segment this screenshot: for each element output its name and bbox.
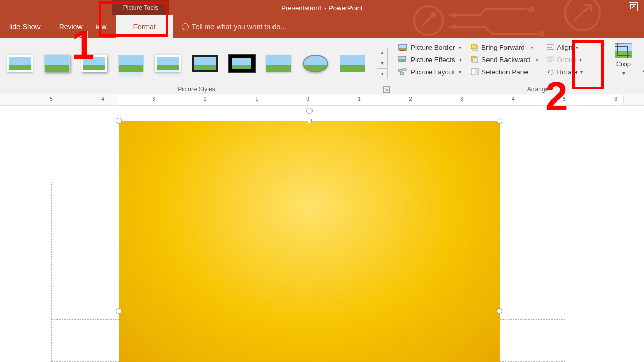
tab-slideshow[interactable]: lide Show bbox=[0, 15, 50, 38]
crop-button[interactable]: Crop ▾ bbox=[613, 42, 634, 77]
bring-forward-icon bbox=[470, 43, 479, 51]
rotate-button[interactable]: Rotate ▾ bbox=[545, 67, 584, 77]
style-thumb-6[interactable] bbox=[189, 52, 221, 75]
crop-icon bbox=[615, 43, 632, 58]
dropdown-icon: ▾ bbox=[579, 57, 582, 63]
ruler-labels: 5 4 3 2 1 0 1 2 3 4 5 6 bbox=[0, 95, 644, 105]
selection-pane-label: Selection Pane bbox=[481, 68, 528, 76]
svg-rect-25 bbox=[547, 57, 551, 62]
height-field[interactable]: Height: bbox=[642, 47, 644, 55]
width-icon bbox=[642, 67, 644, 75]
gallery-scroll-up-icon[interactable]: ▲ bbox=[377, 48, 387, 58]
ribbon: ▲ ▼ ▾ Picture Styles ↘ Picture Border ▾ … bbox=[0, 38, 644, 94]
tell-me-placeholder: Tell me what you want to do... bbox=[192, 23, 286, 31]
svg-rect-17 bbox=[471, 44, 476, 49]
picture-styles-group: ▲ ▼ ▾ Picture Styles ↘ bbox=[0, 38, 393, 94]
svg-rect-19 bbox=[473, 58, 478, 63]
svg-rect-21 bbox=[475, 69, 478, 75]
picture-styles-gallery: ▲ ▼ ▾ bbox=[0, 38, 393, 86]
window-title: Presentation1 - PowerPoint bbox=[281, 4, 362, 12]
horizontal-ruler: 5 4 3 2 1 0 1 2 3 4 5 6 bbox=[0, 94, 644, 106]
width-field[interactable]: Width: bbox=[642, 67, 644, 75]
window-controls bbox=[629, 2, 638, 11]
svg-rect-13 bbox=[398, 69, 402, 72]
gallery-scroll: ▲ ▼ ▾ bbox=[377, 48, 388, 79]
selection-pane-icon bbox=[470, 68, 479, 76]
selected-picture[interactable] bbox=[119, 121, 500, 362]
align-label: Align bbox=[557, 44, 573, 51]
bring-forward-button[interactable]: Bring Forward ▾ bbox=[470, 42, 540, 52]
style-thumb-4[interactable] bbox=[115, 52, 147, 75]
svg-rect-8 bbox=[399, 48, 407, 50]
crop-dropdown-icon[interactable]: ▾ bbox=[622, 70, 625, 76]
svg-rect-9 bbox=[400, 50, 405, 51]
picture-layout-label: Picture Layout bbox=[411, 68, 455, 76]
style-thumb-9[interactable] bbox=[300, 52, 331, 75]
picture-effects-label: Picture Effects bbox=[411, 56, 455, 64]
svg-rect-26 bbox=[550, 56, 554, 61]
tab-view[interactable]: iew bbox=[92, 15, 116, 38]
rotate-icon bbox=[546, 68, 555, 76]
tab-format[interactable]: Format bbox=[116, 15, 173, 38]
picture-format-column: Picture Border ▾ Picture Effects ▾ Pictu… bbox=[393, 38, 467, 94]
group-label: Group bbox=[557, 56, 577, 64]
style-thumb-3[interactable] bbox=[78, 52, 110, 75]
group-label-picture-styles: Picture Styles ↘ bbox=[0, 86, 393, 94]
dropdown-icon: ▾ bbox=[459, 57, 462, 63]
split-dropdown-icon[interactable]: ▾ bbox=[529, 45, 535, 50]
svg-rect-11 bbox=[399, 59, 406, 62]
contextual-tab-label: Picture Tools bbox=[112, 0, 169, 15]
style-thumb-8[interactable] bbox=[263, 52, 295, 75]
group-label-arrange: Arrange bbox=[467, 86, 608, 94]
picture-effects-button[interactable]: Picture Effects ▾ bbox=[397, 54, 464, 65]
send-backward-label: Send Backward bbox=[481, 56, 530, 64]
dropdown-icon: ▾ bbox=[459, 69, 461, 75]
height-icon bbox=[642, 47, 644, 55]
split-dropdown-icon[interactable]: ▾ bbox=[534, 57, 540, 63]
tell-me-search[interactable]: Tell me what you want to do... bbox=[182, 23, 286, 31]
dropdown-icon: ▾ bbox=[576, 45, 578, 50]
selection-pane-button[interactable]: Selection Pane bbox=[470, 67, 540, 77]
svg-rect-15 bbox=[400, 72, 404, 75]
ribbon-display-options-icon[interactable] bbox=[629, 2, 638, 11]
send-backward-button[interactable]: Send Backward ▾ bbox=[470, 54, 540, 65]
group-label-size: Size ↘ bbox=[642, 85, 644, 93]
align-button[interactable]: Align ▾ bbox=[545, 42, 584, 52]
title-bar: Picture Tools Presentation1 - PowerPoint bbox=[0, 0, 644, 15]
picture-layout-icon bbox=[398, 68, 407, 76]
style-thumb-7[interactable] bbox=[226, 52, 258, 75]
ribbon-tabs: lide Show Review iew Format Tell me what… bbox=[0, 15, 644, 38]
resize-handle-tl[interactable] bbox=[116, 118, 122, 124]
style-thumb-2[interactable] bbox=[41, 52, 73, 75]
resize-handle-tr[interactable] bbox=[497, 118, 502, 124]
style-thumb-1[interactable] bbox=[4, 52, 36, 75]
picture-styles-launcher-icon[interactable]: ↘ bbox=[383, 86, 390, 93]
align-icon bbox=[546, 43, 555, 51]
size-group: Height: Width: Size ↘ bbox=[639, 38, 644, 94]
gallery-scroll-down-icon[interactable]: ▼ bbox=[377, 58, 387, 69]
resize-handle-br[interactable] bbox=[497, 308, 502, 314]
lightbulb-icon bbox=[182, 23, 189, 30]
arrange-group: Bring Forward ▾ Send Backward ▾ Selectio… bbox=[467, 38, 608, 94]
rotate-handle-icon[interactable] bbox=[306, 108, 313, 114]
slide-canvas[interactable] bbox=[0, 106, 644, 362]
style-thumb-5[interactable] bbox=[152, 52, 184, 75]
svg-point-3 bbox=[529, 7, 533, 11]
picture-border-label: Picture Border bbox=[411, 44, 455, 51]
send-backward-icon bbox=[470, 55, 479, 64]
crop-group: Crop ▾ bbox=[608, 38, 639, 94]
dropdown-icon: ▾ bbox=[580, 69, 583, 75]
svg-rect-14 bbox=[403, 68, 406, 71]
resize-handle-tm[interactable] bbox=[308, 119, 312, 123]
style-thumb-10[interactable] bbox=[337, 52, 368, 75]
picture-effects-icon bbox=[398, 55, 407, 64]
crop-label: Crop bbox=[616, 60, 631, 68]
picture-border-icon bbox=[398, 43, 407, 51]
group-button: Group ▾ bbox=[545, 54, 584, 65]
gallery-more-icon[interactable]: ▾ bbox=[377, 69, 387, 78]
picture-border-button[interactable]: Picture Border ▾ bbox=[397, 42, 464, 52]
bring-forward-label: Bring Forward bbox=[481, 44, 525, 51]
resize-handle-bl[interactable] bbox=[116, 308, 122, 314]
picture-layout-button[interactable]: Picture Layout ▾ bbox=[397, 67, 464, 77]
tab-review[interactable]: Review bbox=[50, 15, 92, 38]
